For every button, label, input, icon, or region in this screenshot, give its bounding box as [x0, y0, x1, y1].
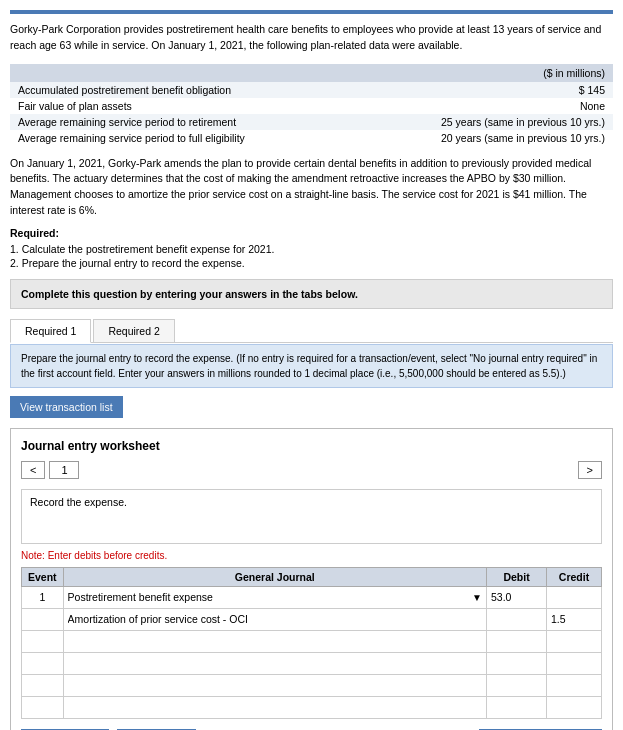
journal-account-input[interactable]	[68, 657, 482, 669]
journal-table: EventGeneral JournalDebitCredit 1▼	[21, 567, 602, 719]
journal-debit-input[interactable]	[491, 635, 542, 647]
required-item: 2. Prepare the journal entry to record t…	[10, 257, 613, 269]
journal-account-input[interactable]	[68, 591, 471, 603]
journal-row: 1▼	[22, 586, 602, 608]
journal-credit-input[interactable]	[551, 701, 597, 713]
data-table-label-col	[10, 64, 372, 82]
data-row-value: 20 years (same in previous 10 yrs.)	[372, 130, 613, 146]
journal-col-header: Debit	[487, 567, 547, 586]
tabs-row: Required 1Required 2	[10, 319, 613, 343]
journal-credit-input[interactable]	[551, 679, 597, 691]
data-row-label: Average remaining service period to reti…	[10, 114, 372, 130]
journal-credit-cell[interactable]	[547, 696, 602, 718]
note-text: Note: Enter debits before credits.	[21, 550, 602, 561]
journal-account-cell[interactable]	[63, 630, 486, 652]
instruction-box: Prepare the journal entry to record the …	[10, 344, 613, 388]
journal-title: Journal entry worksheet	[21, 439, 602, 453]
problem-text: On January 1, 2021, Gorky-Park amends th…	[10, 156, 613, 219]
complete-box: Complete this question by entering your …	[10, 279, 613, 309]
required-label: Required:	[10, 227, 613, 239]
journal-account-input[interactable]	[68, 679, 482, 691]
journal-account-cell[interactable]: ▼	[63, 586, 486, 608]
journal-account-input[interactable]	[68, 613, 482, 625]
view-transaction-button[interactable]: View transaction list	[10, 396, 123, 418]
data-row-value: None	[372, 98, 613, 114]
journal-account-input[interactable]	[68, 635, 482, 647]
journal-row	[22, 608, 602, 630]
data-table-header: ($ in millions)	[372, 64, 613, 82]
journal-page-number: 1	[49, 461, 79, 479]
journal-account-cell[interactable]	[63, 652, 486, 674]
journal-row	[22, 696, 602, 718]
journal-credit-cell[interactable]	[547, 674, 602, 696]
journal-account-input[interactable]	[68, 701, 482, 713]
journal-event-cell: 1	[22, 586, 64, 608]
data-row-value: $ 145	[372, 82, 613, 98]
tab-required-2[interactable]: Required 2	[93, 319, 174, 342]
journal-debit-input[interactable]	[491, 591, 542, 603]
journal-account-dropdown[interactable]: ▼	[472, 592, 482, 603]
journal-row	[22, 674, 602, 696]
journal-row	[22, 630, 602, 652]
record-description: Record the expense.	[21, 489, 602, 544]
journal-event-cell	[22, 696, 64, 718]
intro-text: Gorky-Park Corporation provides postreti…	[10, 22, 613, 54]
tab-required-1[interactable]: Required 1	[10, 319, 91, 343]
journal-event-cell	[22, 630, 64, 652]
journal-event-cell	[22, 652, 64, 674]
journal-debit-input[interactable]	[491, 701, 542, 713]
journal-row	[22, 652, 602, 674]
journal-credit-input[interactable]	[551, 613, 597, 625]
journal-credit-cell[interactable]	[547, 630, 602, 652]
data-row-value: 25 years (same in previous 10 yrs.)	[372, 114, 613, 130]
data-row-label: Average remaining service period to full…	[10, 130, 372, 146]
journal-prev-button[interactable]: <	[21, 461, 45, 479]
journal-worksheet: Journal entry worksheet < 1 > Record the…	[10, 428, 613, 731]
journal-debit-cell[interactable]	[487, 608, 547, 630]
journal-credit-input[interactable]	[551, 657, 597, 669]
data-row-label: Fair value of plan assets	[10, 98, 372, 114]
required-items: 1. Calculate the postretirement benefit …	[10, 243, 613, 269]
journal-nav-row: < 1 >	[21, 461, 602, 479]
journal-debit-cell[interactable]	[487, 630, 547, 652]
journal-debit-cell[interactable]	[487, 674, 547, 696]
data-table: ($ in millions) Accumulated postretireme…	[10, 64, 613, 146]
journal-account-cell[interactable]	[63, 608, 486, 630]
journal-event-cell	[22, 674, 64, 696]
journal-credit-input[interactable]	[551, 591, 597, 603]
journal-debit-input[interactable]	[491, 679, 542, 691]
journal-credit-input[interactable]	[551, 635, 597, 647]
journal-credit-cell[interactable]	[547, 586, 602, 608]
journal-account-cell[interactable]	[63, 696, 486, 718]
journal-next-button[interactable]: >	[578, 461, 602, 479]
journal-col-header: Credit	[547, 567, 602, 586]
journal-debit-cell[interactable]	[487, 652, 547, 674]
top-bar	[10, 10, 613, 14]
journal-col-header: Event	[22, 567, 64, 586]
journal-debit-cell[interactable]	[487, 696, 547, 718]
journal-debit-input[interactable]	[491, 657, 542, 669]
journal-debit-input[interactable]	[491, 613, 542, 625]
required-item: 1. Calculate the postretirement benefit …	[10, 243, 613, 255]
data-row-label: Accumulated postretirement benefit oblig…	[10, 82, 372, 98]
journal-account-cell[interactable]	[63, 674, 486, 696]
journal-credit-cell[interactable]	[547, 652, 602, 674]
journal-event-cell	[22, 608, 64, 630]
journal-debit-cell[interactable]	[487, 586, 547, 608]
journal-col-header: General Journal	[63, 567, 486, 586]
journal-credit-cell[interactable]	[547, 608, 602, 630]
